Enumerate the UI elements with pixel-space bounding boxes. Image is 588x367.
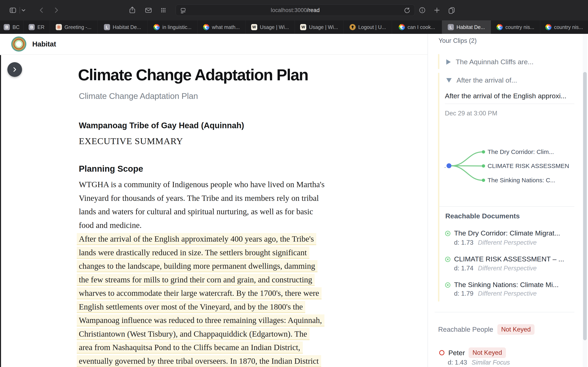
url-text: localhost:3000/read — [271, 7, 320, 13]
person-name: Peter — [448, 349, 465, 357]
expand-panel-button[interactable] — [7, 62, 22, 77]
tab-favicon-b: B — [4, 24, 10, 30]
doc-distance: d: 1.79 — [454, 290, 474, 297]
doc-cross-circle-icon — [445, 257, 450, 262]
highlight-line[interactable]: Wampanoag influence was reduced to three… — [77, 314, 324, 326]
person-circle-icon — [439, 350, 445, 356]
tab-overview-icon[interactable] — [448, 6, 456, 14]
doc-cross-circle-icon — [445, 231, 450, 236]
doc-distance: d: 1.73 — [454, 239, 474, 246]
person-distance: d: 1.43 — [448, 359, 467, 366]
mail-icon[interactable] — [145, 6, 152, 14]
safari-window: localhost:3000/read B — [0, 0, 588, 367]
highlight-line[interactable]: wharves to accommodate their large water… — [77, 287, 321, 299]
executive-summary-heading: EXECUTIVE SUMMARY — [79, 136, 183, 146]
tab-favicon-google — [154, 24, 160, 30]
highlight-line[interactable]: area from Nashaquitsa Pond to the Cliffs… — [77, 342, 303, 354]
doc-relation: Different Perspective — [478, 239, 537, 246]
tab-favicon-b: B — [29, 24, 35, 30]
graph-source-label: . — [444, 163, 446, 169]
tab-habitat-1[interactable]: L Habitat De... — [98, 20, 148, 34]
tab-favicon-bulb — [350, 24, 356, 30]
graph-source-node — [447, 163, 451, 168]
highlight-line[interactable]: the few streams for mills to grind their… — [77, 274, 315, 286]
tab-bar: B BC B ER Greeting -... L Habitat De... … — [0, 20, 588, 34]
reachable-documents-title: Reachable Documents — [445, 212, 520, 220]
reachable-doc-title[interactable]: The Dry Corridor: Climate Migrat... — [454, 229, 560, 237]
document-section-heading: Wampanoag Tribe of Gay Head (Aquinnah) — [79, 121, 244, 130]
reload-icon[interactable] — [404, 7, 410, 14]
tab-in-linguistic[interactable]: in linguistic... — [148, 20, 198, 34]
tab-usage-1[interactable]: W Usage | Wi... — [245, 20, 295, 34]
url-path: /read — [307, 7, 320, 13]
highlight-line[interactable]: eventually governed by three tribal over… — [77, 355, 321, 367]
graph-node-label: The Dry Corridor: Clim... — [488, 149, 554, 155]
person-row[interactable]: Peter Not Keyed — [439, 347, 506, 358]
address-bar[interactable]: localhost:3000/read — [176, 4, 415, 16]
doc-relation: Different Perspective — [478, 265, 537, 272]
graph-target-node — [482, 179, 485, 182]
tab-usage-2[interactable]: W Usage | Wi... — [295, 20, 344, 34]
collapsed-panel-edge — [0, 55, 1, 367]
document-title: Climate Change Adaptation Plan — [78, 66, 308, 84]
tab-favicon-google — [399, 24, 405, 30]
doc-cross-circle-icon — [445, 282, 450, 288]
scrollbar-thumb[interactable] — [583, 72, 587, 340]
tab-logout[interactable]: Logout | U... — [344, 20, 392, 34]
tab-habitat-active[interactable]: L Habitat De... — [442, 20, 491, 34]
paragraph-line: food and medicine. — [79, 218, 325, 232]
sidebar-chevron-down-icon[interactable] — [21, 6, 26, 14]
extensions-grid-icon[interactable] — [159, 6, 167, 14]
clip-marker-strip — [438, 54, 439, 69]
paragraph-line: lands and waters for cultural and spirit… — [79, 205, 325, 218]
tab-bc[interactable]: B BC — [0, 20, 24, 34]
clip-timestamp: Dec 29 at 3:00 PM — [445, 110, 497, 117]
not-keyed-badge: Not Keyed — [497, 324, 535, 335]
divider — [435, 312, 574, 312]
clip-connection-graph[interactable]: . The Dry Corridor: Clim... CLIMATE RISK… — [428, 134, 588, 202]
paragraph-line: Vineyard for thousands of years. The Tri… — [79, 192, 325, 205]
right-sidebar: Your Clips (2) The Aquinnah Cliffs are..… — [428, 34, 588, 367]
highlight-line[interactable]: changes to the landscape, building more … — [77, 260, 318, 272]
highlight-line[interactable]: Christiantown (West Tisbury), and Chappa… — [77, 328, 310, 340]
browser-toolbar: localhost:3000/read — [0, 0, 588, 20]
tab-er[interactable]: B ER — [24, 20, 50, 34]
reachable-people-title: Reachable People — [438, 325, 493, 333]
reader-icon[interactable] — [180, 7, 186, 14]
tab-favicon-claude — [56, 24, 62, 30]
sidebar-toggle-icon[interactable] — [9, 6, 17, 14]
habitat-app: Habitat Climate Change Adaptation Plan C… — [0, 34, 588, 367]
forward-button-icon[interactable] — [52, 6, 60, 14]
highlight-line[interactable]: English settlements over most of the Vin… — [77, 301, 305, 313]
highlight-line[interactable]: After the arrival of the English approxi… — [77, 233, 316, 245]
person-relation: Similar Focus — [472, 359, 510, 366]
tab-greeting[interactable]: Greeting -... — [50, 20, 98, 34]
highlighted-clip-paragraph[interactable]: After the arrival of the English approxi… — [79, 233, 324, 367]
body-paragraph: WTGHA is a community of Indigenous peopl… — [79, 178, 325, 232]
tab-country-nis-1[interactable]: country nis... — [491, 20, 540, 34]
reachable-doc-title[interactable]: The Sinking Nations: Climate Mi... — [454, 281, 559, 289]
tab-can-i-cook[interactable]: can I cook... — [392, 20, 442, 34]
clip-item-expanded[interactable]: After the arrival of... — [446, 76, 517, 84]
chevron-down-icon[interactable] — [446, 78, 452, 83]
tab-country-nis-2[interactable]: country nis... — [540, 20, 588, 34]
tab-favicon-w: W — [300, 24, 306, 30]
back-button-icon[interactable] — [38, 6, 45, 14]
clips-section-title: Your Clips (2) — [439, 37, 477, 44]
url-host: localhost:3000 — [271, 7, 307, 13]
clip-item-collapsed[interactable]: The Aquinnah Cliffs are... — [446, 58, 534, 66]
clip-preview-text: After the arrival of the English approxi… — [445, 92, 566, 100]
app-header: Habitat — [0, 34, 428, 55]
chevron-right-icon[interactable] — [446, 59, 451, 65]
reachable-doc-meta: d: 1.74Different Perspective — [454, 265, 537, 272]
brand-name: Habitat — [32, 40, 56, 48]
share-icon[interactable] — [129, 6, 136, 14]
tab-what-math[interactable]: what math... — [198, 20, 245, 34]
paragraph-line: WTGHA is a community of Indigenous peopl… — [79, 178, 325, 192]
new-tab-plus-icon[interactable] — [433, 6, 441, 14]
reachable-people-header: Reachable People Not Keyed — [438, 324, 535, 335]
highlight-line[interactable]: lands were drastically reduced in size. … — [77, 247, 309, 259]
divider — [445, 104, 574, 104]
reachable-doc-title[interactable]: CLIMATE RISK ASSESSMENT – ... — [454, 255, 564, 263]
privacy-info-icon[interactable] — [418, 6, 426, 14]
